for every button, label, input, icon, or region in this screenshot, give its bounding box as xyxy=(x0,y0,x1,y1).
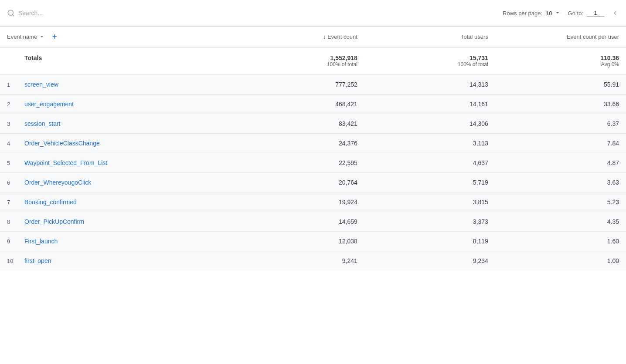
row-total-users-cell: 3,373 xyxy=(364,212,495,232)
top-bar: Rows per page: 10 Go to: xyxy=(0,0,626,27)
event-name-link[interactable]: Order_PickUpConfirm xyxy=(24,218,84,225)
row-event-name-cell: 2 user_engagement xyxy=(0,94,234,114)
row-event-count-cell: 22,595 xyxy=(234,153,364,173)
row-number: 8 xyxy=(7,219,17,225)
row-event-count-per-user-cell: 5.23 xyxy=(495,192,626,212)
row-event-count-cell: 777,252 xyxy=(234,75,364,94)
row-event-name-cell: 4 Order_VehicleClassChange xyxy=(0,134,234,153)
totals-event-count-cell: 1,552,918 100% of total xyxy=(234,47,364,75)
go-to: Go to: xyxy=(568,10,604,17)
table-row: 10 first_open 9,241 9,234 1.00 xyxy=(0,251,626,271)
row-event-count-cell: 9,241 xyxy=(234,251,364,271)
row-total-users-cell: 3,815 xyxy=(364,192,495,212)
pagination-controls: Rows per page: 10 Go to: xyxy=(503,9,619,17)
row-event-count-cell: 14,659 xyxy=(234,212,364,232)
table-row: 1 screen_view 777,252 14,313 55.91 xyxy=(0,75,626,94)
table-row: 7 Booking_confirmed 19,924 3,815 5.23 xyxy=(0,192,626,212)
row-event-count-cell: 83,421 xyxy=(234,114,364,134)
row-event-name-cell: 6 Order_WhereyougoClick xyxy=(0,173,234,192)
row-event-count-per-user-cell: 6.37 xyxy=(495,114,626,134)
row-number: 4 xyxy=(7,140,17,147)
row-total-users-cell: 8,119 xyxy=(364,232,495,251)
row-number: 9 xyxy=(7,238,17,245)
row-number: 10 xyxy=(7,258,17,264)
table-row: 6 Order_WhereyougoClick 20,764 5,719 3.6… xyxy=(0,173,626,192)
row-event-count-per-user-cell: 1.00 xyxy=(495,251,626,271)
col-header-event-name: Event name + xyxy=(0,27,234,47)
row-event-name-cell: 5 Waypoint_Selected_From_List xyxy=(0,153,234,172)
row-event-count-cell: 12,038 xyxy=(234,232,364,251)
row-event-count-cell: 24,376 xyxy=(234,134,364,153)
rows-per-page: Rows per page: 10 xyxy=(503,9,561,17)
row-event-name-cell: 8 Order_PickUpConfirm xyxy=(0,212,234,231)
row-total-users-cell: 3,113 xyxy=(364,134,495,153)
event-name-link[interactable]: user_engagement xyxy=(24,101,74,108)
table-row: 9 First_launch 12,038 8,119 1.60 xyxy=(0,232,626,251)
go-to-label: Go to: xyxy=(568,10,583,17)
col-header-event-count[interactable]: ↓ Event count xyxy=(234,27,364,47)
search-input[interactable] xyxy=(18,10,149,17)
event-name-link[interactable]: First_launch xyxy=(24,238,58,245)
totals-event-count-per-user-cell: 110.36 Avg 0% xyxy=(495,47,626,75)
row-event-count-per-user-cell: 3.63 xyxy=(495,173,626,192)
event-name-link[interactable]: Order_VehicleClassChange xyxy=(24,140,100,147)
rows-per-page-label: Rows per page: xyxy=(503,10,542,17)
row-total-users-cell: 4,637 xyxy=(364,153,495,173)
row-event-name-cell: 10 first_open xyxy=(0,251,234,270)
table-container: Event name + ↓ Event count Total users xyxy=(0,27,626,270)
col-header-total-users[interactable]: Total users xyxy=(364,27,495,47)
row-event-name-cell: 7 Booking_confirmed xyxy=(0,192,234,212)
row-total-users-cell: 14,313 xyxy=(364,75,495,94)
add-dimension-button[interactable]: + xyxy=(48,32,61,42)
row-event-count-per-user-cell: 55.91 xyxy=(495,75,626,94)
row-total-users-cell: 5,719 xyxy=(364,173,495,192)
row-event-name-cell: 1 screen_view xyxy=(0,75,234,94)
row-event-count-per-user-cell: 1.60 xyxy=(495,232,626,251)
svg-line-1 xyxy=(12,14,14,16)
row-event-count-per-user-cell: 7.84 xyxy=(495,134,626,153)
row-event-count-cell: 468,421 xyxy=(234,94,364,114)
row-event-name-cell: 9 First_launch xyxy=(0,232,234,251)
row-total-users-cell: 14,306 xyxy=(364,114,495,134)
row-number: 5 xyxy=(7,160,17,166)
table-row: 8 Order_PickUpConfirm 14,659 3,373 4.35 xyxy=(0,212,626,232)
table-header-row: Event name + ↓ Event count Total users xyxy=(0,27,626,47)
row-number: 6 xyxy=(7,179,17,186)
row-event-count-per-user-cell: 33.66 xyxy=(495,94,626,114)
next-page-button[interactable] xyxy=(611,9,619,17)
totals-total-users-cell: 15,731 100% of total xyxy=(364,47,495,75)
row-total-users-cell: 9,234 xyxy=(364,251,495,271)
row-event-count-per-user-cell: 4.35 xyxy=(495,212,626,232)
event-name-link[interactable]: screen_view xyxy=(24,81,58,88)
row-number: 1 xyxy=(7,81,17,88)
col-header-event-count-per-user[interactable]: Event count per user xyxy=(495,27,626,47)
row-event-count-cell: 20,764 xyxy=(234,173,364,192)
row-total-users-cell: 14,161 xyxy=(364,94,495,114)
event-name-link[interactable]: Booking_confirmed xyxy=(24,199,77,206)
search-container xyxy=(7,9,149,17)
event-name-chevron-icon xyxy=(39,34,45,40)
row-number: 3 xyxy=(7,121,17,127)
event-name-link[interactable]: first_open xyxy=(24,257,51,264)
rows-per-page-chevron-icon xyxy=(554,9,561,17)
event-name-link[interactable]: Waypoint_Selected_From_List xyxy=(24,159,107,166)
row-number: 7 xyxy=(7,199,17,206)
table-row: 4 Order_VehicleClassChange 24,376 3,113 … xyxy=(0,134,626,153)
search-icon xyxy=(7,9,15,17)
event-name-link[interactable]: session_start xyxy=(24,120,60,127)
totals-row: Totals 1,552,918 100% of total 15,731 10… xyxy=(0,47,626,75)
totals-label-cell: Totals xyxy=(0,47,234,75)
table-row: 3 session_start 83,421 14,306 6.37 xyxy=(0,114,626,134)
event-name-sort-button[interactable]: Event name xyxy=(7,34,45,40)
table-row: 5 Waypoint_Selected_From_List 22,595 4,6… xyxy=(0,153,626,173)
row-event-count-cell: 19,924 xyxy=(234,192,364,212)
row-event-name-cell: 3 session_start xyxy=(0,114,234,133)
row-event-count-per-user-cell: 4.87 xyxy=(495,153,626,173)
row-number: 2 xyxy=(7,101,17,108)
rows-per-page-value: 10 xyxy=(546,10,552,17)
go-to-input[interactable] xyxy=(587,10,604,17)
table-row: 2 user_engagement 468,421 14,161 33.66 xyxy=(0,94,626,114)
rows-per-page-select[interactable]: 10 xyxy=(546,9,561,17)
events-table: Event name + ↓ Event count Total users xyxy=(0,27,626,270)
event-name-link[interactable]: Order_WhereyougoClick xyxy=(24,179,91,186)
